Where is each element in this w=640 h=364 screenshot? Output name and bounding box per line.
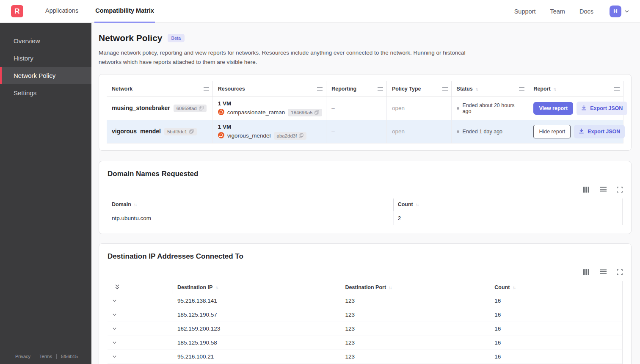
- port-value: 123: [341, 350, 490, 364]
- column-resize-handle[interactable]: [614, 87, 620, 91]
- col-header-policy-type: Policy Type: [386, 81, 451, 97]
- sort-icon[interactable]: ↑↓: [512, 285, 516, 290]
- col-header-domain[interactable]: Domain↑↓: [108, 199, 393, 211]
- network-row: vigorous_mendel5bdf3dc1 1 VM vigorous_me…: [107, 120, 623, 143]
- status-text: Ended about 20 hours ago: [463, 102, 524, 114]
- chevron-down-icon[interactable]: [112, 312, 168, 317]
- column-resize-handle[interactable]: [442, 87, 448, 91]
- fullscreen-icon[interactable]: [617, 269, 623, 275]
- build-version: 5f56b15: [61, 354, 78, 359]
- count-value: 2: [393, 211, 622, 225]
- resource-id-badge: 184696a5: [288, 109, 322, 116]
- status-text: Ended 1 day ago: [463, 129, 503, 135]
- resource-name: compassionate_raman: [227, 109, 285, 116]
- destination-ips-card-title: Destination IP Addresses Connected To: [108, 252, 623, 261]
- chevron-down-icon[interactable]: [112, 354, 168, 359]
- sidebar-item-settings[interactable]: Settings: [0, 84, 91, 102]
- row-density-icon[interactable]: [600, 269, 607, 275]
- sort-icon[interactable]: ↑↓: [215, 285, 219, 290]
- network-row: musing_stonebraker60959fad 1 VM compassi…: [107, 97, 623, 120]
- divider: [56, 354, 57, 359]
- ip-row: 185.125.190.58 123 16: [108, 336, 623, 350]
- sidebar: Overview History Network Policy Settings…: [0, 23, 91, 364]
- col-header-destination-ip[interactable]: Destination IP↑↓: [173, 281, 341, 294]
- row-density-icon[interactable]: [600, 187, 607, 193]
- network-id-badge: 60959fad: [174, 105, 207, 112]
- nav-link-support[interactable]: Support: [514, 8, 536, 15]
- networks-table: Network Resources Reporting Policy Type …: [107, 81, 623, 143]
- column-resize-handle[interactable]: [378, 87, 383, 91]
- avatar[interactable]: H: [610, 6, 621, 17]
- copy-icon[interactable]: [299, 133, 303, 138]
- columns-icon[interactable]: [583, 269, 590, 275]
- export-json-button[interactable]: Export JSON: [574, 125, 625, 138]
- tab-applications[interactable]: Applications: [44, 0, 79, 23]
- terms-link[interactable]: Terms: [39, 354, 52, 359]
- nav-link-docs[interactable]: Docs: [579, 8, 593, 15]
- count-value: 16: [490, 322, 623, 336]
- policy-type-value: open: [386, 97, 451, 120]
- view-report-button[interactable]: View report: [533, 102, 573, 115]
- network-name: musing_stonebraker: [112, 105, 170, 111]
- sort-icon[interactable]: ↑↓: [553, 86, 557, 91]
- ip-value: 95.216.100.21: [173, 350, 341, 364]
- domains-card-title: Domain Names Requested: [108, 170, 623, 178]
- chevron-down-icon[interactable]: [112, 326, 168, 331]
- page-description: Manage network policy, reporting and vie…: [99, 48, 470, 66]
- col-header-status[interactable]: Status↑↓: [451, 81, 528, 97]
- top-navbar: R Applications Compatibility Matrix Supp…: [0, 0, 640, 23]
- domain-value: ntp.ubuntu.com: [108, 211, 393, 225]
- column-resize-handle[interactable]: [519, 87, 524, 91]
- sidebar-item-overview[interactable]: Overview: [0, 32, 91, 50]
- network-name: vigorous_mendel: [112, 128, 161, 135]
- ip-row: 162.159.200.123 123 16: [108, 322, 623, 336]
- ip-row: 185.125.190.57 123 16: [108, 308, 623, 322]
- networks-card: Network Resources Reporting Policy Type …: [99, 74, 632, 151]
- col-header-count[interactable]: Count↑↓: [393, 199, 622, 211]
- column-resize-handle[interactable]: [204, 87, 209, 91]
- col-header-count[interactable]: Count↑↓: [490, 281, 623, 294]
- columns-icon[interactable]: [583, 187, 590, 193]
- chevron-down-icon[interactable]: [624, 8, 630, 14]
- domains-table: Domain↑↓ Count↑↓ ntp.ubuntu.com 2: [108, 199, 623, 226]
- copy-icon[interactable]: [199, 106, 204, 110]
- export-json-button[interactable]: Export JSON: [577, 102, 627, 115]
- sidebar-item-history[interactable]: History: [0, 50, 91, 67]
- navbar-right: Support Team Docs H: [514, 6, 630, 17]
- col-header-destination-port[interactable]: Destination Port↑↓: [341, 281, 490, 294]
- count-value: 16: [490, 308, 623, 322]
- fullscreen-icon[interactable]: [617, 187, 623, 193]
- user-menu[interactable]: H: [610, 6, 630, 17]
- sort-icon[interactable]: ↑↓: [475, 86, 479, 91]
- copy-icon[interactable]: [189, 129, 194, 134]
- primary-nav: Applications Compatibility Matrix: [44, 0, 155, 23]
- reporting-value: –: [326, 120, 387, 143]
- tab-compatibility-matrix[interactable]: Compatibility Matrix: [94, 0, 155, 23]
- ip-value: 185.125.190.57: [173, 308, 341, 322]
- resource-name: vigorous_mendel: [227, 132, 271, 139]
- download-icon: [581, 105, 587, 112]
- sort-icon[interactable]: ↑↓: [416, 202, 419, 207]
- reporting-value: –: [326, 97, 387, 120]
- nav-link-team[interactable]: Team: [550, 8, 565, 15]
- chevron-down-icon[interactable]: [112, 340, 168, 345]
- column-resize-handle[interactable]: [317, 87, 323, 91]
- sort-icon[interactable]: ↑↓: [389, 285, 392, 290]
- double-chevron-down-icon[interactable]: [112, 284, 169, 290]
- divider: [35, 354, 35, 359]
- copy-icon[interactable]: [314, 110, 319, 115]
- privacy-link[interactable]: Privacy: [15, 354, 30, 359]
- chevron-down-icon[interactable]: [112, 298, 168, 303]
- sort-icon[interactable]: ↑↓: [134, 202, 138, 207]
- count-value: 16: [490, 350, 623, 364]
- app-logo[interactable]: R: [11, 5, 23, 17]
- hide-report-button[interactable]: Hide report: [533, 125, 571, 138]
- vm-count: 1 VM: [218, 124, 322, 130]
- sidebar-item-network-policy[interactable]: Network Policy: [0, 67, 91, 84]
- port-value: 123: [341, 308, 490, 322]
- col-header-expand-all: [108, 281, 173, 294]
- count-value: 16: [490, 336, 623, 350]
- ip-value: 185.125.190.58: [173, 336, 341, 350]
- destination-ips-card: Destination IP Addresses Connected To De…: [99, 243, 632, 364]
- col-header-report[interactable]: Report↑↓: [528, 81, 623, 97]
